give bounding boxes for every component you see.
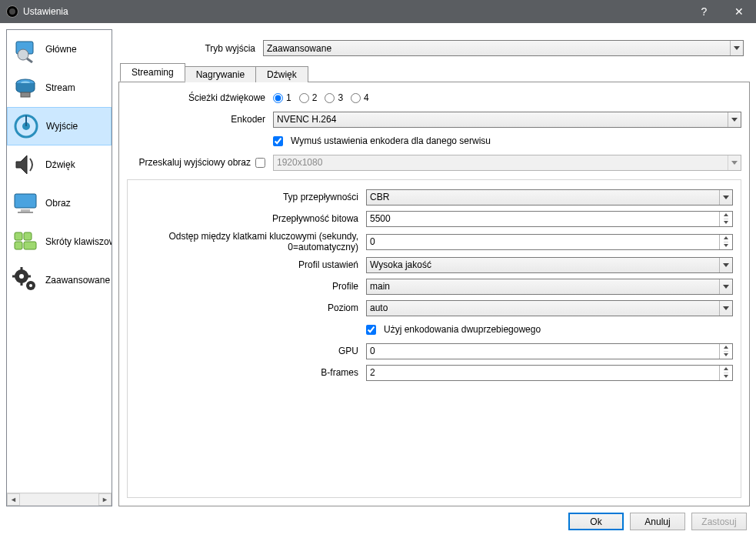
sidebar: Główne Stream Wyjście <box>6 29 112 506</box>
tab-recording[interactable]: Nagrywanie <box>185 66 256 82</box>
sidebar-item-label: Wyjście <box>46 121 78 132</box>
cancel-button[interactable]: Anuluj <box>630 513 685 530</box>
dialog-footer: Ok Anuluj Zastosuj <box>6 506 750 532</box>
sidebar-item-general[interactable]: Główne <box>7 30 112 69</box>
svg-line-2 <box>27 58 32 62</box>
output-mode-value: Zaawansowane <box>267 43 331 54</box>
chevron-down-icon <box>719 279 732 294</box>
hotkeys-icon <box>10 226 41 257</box>
rate-control-select[interactable]: CBR <box>366 189 733 206</box>
encoder-label: Enkoder <box>127 114 273 125</box>
spin-up-icon[interactable] <box>724 344 728 352</box>
chevron-down-icon <box>719 190 732 205</box>
chevron-down-icon <box>728 112 741 127</box>
main-panel: Tryb wyjścia Zaawansowane Streaming Nagr… <box>118 29 750 506</box>
chevron-down-icon <box>719 301 732 316</box>
spin-down-icon[interactable] <box>724 219 728 226</box>
sidebar-item-label: Główne <box>45 44 77 55</box>
rescale-value: 1920x1080 <box>277 157 322 168</box>
sidebar-item-label: Stream <box>45 82 75 93</box>
chevron-down-icon <box>719 258 732 272</box>
rescale-checkbox[interactable] <box>255 158 265 168</box>
help-button[interactable]: ? <box>687 0 721 23</box>
titlebar: Ustawienia ? ✕ <box>0 0 756 23</box>
svg-rect-10 <box>21 209 30 212</box>
scroll-left-icon[interactable]: ◄ <box>7 493 20 506</box>
track-2-radio[interactable]: 2 <box>299 92 318 103</box>
keyint-label: Odstęp między klatkami kluczowymi (sekun… <box>135 231 366 252</box>
svg-rect-9 <box>15 194 36 208</box>
track-1-radio[interactable]: 1 <box>273 92 291 103</box>
output-mode-label: Tryb wyjścia <box>125 43 263 54</box>
svg-rect-15 <box>24 242 36 249</box>
general-icon <box>10 34 41 65</box>
app-icon <box>6 5 18 18</box>
svg-rect-14 <box>15 242 22 249</box>
twopass-checkbox[interactable] <box>366 325 376 335</box>
track-4-radio[interactable]: 4 <box>351 92 369 103</box>
scroll-track[interactable] <box>20 493 98 506</box>
rescale-combo: 1920x1080 <box>273 155 741 171</box>
enforce-encoder-checkbox[interactable] <box>273 136 283 146</box>
svg-rect-5 <box>21 92 30 97</box>
spin-up-icon[interactable] <box>724 366 728 373</box>
chevron-down-icon <box>730 41 743 55</box>
rate-control-label: Typ przepływności <box>135 192 366 202</box>
sidebar-item-label: Skróty klawiszowe <box>45 236 112 247</box>
profile-label: Profile <box>135 281 366 292</box>
svg-rect-13 <box>24 232 32 240</box>
video-icon <box>10 188 41 219</box>
svg-rect-12 <box>15 232 22 240</box>
sidebar-item-hotkeys[interactable]: Skróty klawiszowe <box>7 222 112 261</box>
svg-point-1 <box>18 49 28 60</box>
keyint-spinner[interactable]: 0 <box>366 234 733 250</box>
encoder-select[interactable]: NVENC H.264 <box>273 112 741 128</box>
enforce-encoder-label: Wymuś ustawienia enkodera dla danego ser… <box>291 135 491 146</box>
sidebar-scrollbar[interactable]: ◄ ► <box>7 493 112 506</box>
ok-button[interactable]: Ok <box>568 513 624 530</box>
sidebar-item-audio[interactable]: Dźwięk <box>7 145 112 184</box>
apply-button[interactable]: Zastosuj <box>691 513 747 530</box>
spin-down-icon[interactable] <box>724 373 728 380</box>
level-select[interactable]: auto <box>366 300 733 316</box>
twopass-label: Użyj enkodowania dwuprzebiegowego <box>384 324 541 335</box>
svg-rect-11 <box>18 212 33 213</box>
audio-icon <box>10 149 41 180</box>
track-3-radio[interactable]: 3 <box>325 92 343 103</box>
output-icon <box>11 111 42 142</box>
window-title: Ustawienia <box>23 6 687 17</box>
sidebar-item-advanced[interactable]: Zaawansowane <box>7 261 112 299</box>
sidebar-item-video[interactable]: Obraz <box>7 184 112 222</box>
spin-up-icon[interactable] <box>724 235 728 242</box>
scroll-right-icon[interactable]: ► <box>98 493 112 506</box>
gpu-label: GPU <box>135 346 366 356</box>
encoder-value: NVENC H.264 <box>277 114 336 125</box>
profile-select[interactable]: main <box>366 279 733 295</box>
sidebar-item-label: Dźwięk <box>45 159 75 170</box>
sidebar-item-stream[interactable]: Stream <box>7 69 112 107</box>
encoder-settings-group: Typ przepływności CBR Przepływność bitow… <box>127 179 741 498</box>
sidebar-item-output[interactable]: Wyjście <box>7 107 112 145</box>
preset-select[interactable]: Wysoka jakość <box>366 257 733 273</box>
tab-audio[interactable]: Dźwięk <box>255 66 308 82</box>
output-mode-select[interactable]: Zaawansowane <box>263 40 744 56</box>
sidebar-item-label: Zaawansowane <box>45 275 110 286</box>
chevron-down-icon <box>728 155 741 170</box>
bframes-spinner[interactable]: 2 <box>366 365 733 381</box>
bitrate-label: Przepływność bitowa <box>135 213 366 224</box>
gpu-spinner[interactable]: 0 <box>366 343 733 359</box>
bitrate-spinner[interactable]: 5500 <box>366 211 733 227</box>
audio-tracks-label: Ścieżki dźwiękowe <box>127 92 273 103</box>
close-button[interactable]: ✕ <box>721 0 756 23</box>
spin-up-icon[interactable] <box>724 212 728 219</box>
advanced-icon <box>10 265 41 296</box>
tab-streaming[interactable]: Streaming <box>120 63 185 82</box>
audio-tracks-group: 1 2 3 4 <box>273 92 741 103</box>
svg-point-19 <box>29 284 32 287</box>
level-label: Poziom <box>135 302 366 313</box>
output-tabs: Streaming Nagrywanie Dźwięk <box>118 64 750 82</box>
rescale-label: Przeskaluj wyjściowy obraz <box>139 157 251 168</box>
spin-down-icon[interactable] <box>724 242 728 249</box>
spin-down-icon[interactable] <box>724 352 728 359</box>
sidebar-item-label: Obraz <box>45 198 71 209</box>
